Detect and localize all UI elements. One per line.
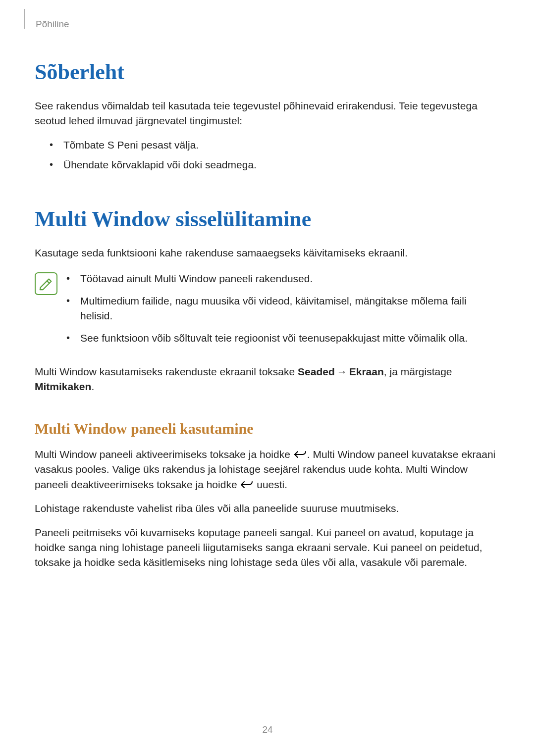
list-item: Töötavad ainult Multi Window paneeli rak… [66, 271, 500, 286]
note-icon [35, 272, 57, 295]
bold-ekraan: Ekraan [349, 366, 384, 377]
list-item: See funktsioon võib sõltuvalt teie regio… [66, 331, 500, 346]
note-block: Töötavad ainult Multi Window paneeli rak… [35, 271, 500, 353]
soberleht-intro: See rakendus võimaldab teil kasutada tei… [35, 99, 500, 129]
page-content: Põhiline Sõberleht See rakendus võimalda… [0, 0, 535, 570]
heading-soberleht: Sõberleht [35, 59, 500, 85]
arrow-icon: → [335, 366, 349, 377]
header-rule [24, 9, 25, 29]
subheading-paneel: Multi Window paneeli kasutamine [35, 420, 500, 437]
list-item: Ühendate kõrvaklapid või doki seadmega. [50, 157, 500, 172]
back-icon [293, 449, 307, 458]
back-icon [240, 479, 254, 489]
list-item: Tõmbate S Peni pesast välja. [50, 138, 500, 152]
text: Multi Window kasutamiseks rakenduste ekr… [35, 366, 298, 377]
paneel-p2: Lohistage rakenduste vahelist riba üles … [35, 501, 500, 516]
bold-seaded: Seaded [298, 366, 335, 377]
running-head: Põhiline [36, 19, 500, 30]
soberleht-bullets: Tõmbate S Peni pesast välja. Ühendate kõ… [50, 138, 500, 173]
text: Multi Window paneeli aktiveerimiseks tok… [35, 449, 293, 460]
multiwindow-usage: Multi Window kasutamiseks rakenduste ekr… [35, 364, 500, 395]
text: , ja märgistage [384, 366, 452, 377]
page-number: 24 [0, 724, 535, 735]
note-list: Töötavad ainult Multi Window paneeli rak… [66, 271, 500, 353]
heading-multiwindow: Multi Window sisselülitamine [35, 206, 500, 232]
multiwindow-intro: Kasutage seda funktsiooni kahe rakenduse… [35, 246, 500, 260]
list-item: Multimedium failide, nagu muusika või vi… [66, 294, 500, 324]
paneel-p3: Paneeli peitmiseks või kuvamiseks koputa… [35, 525, 500, 570]
text: . [91, 381, 94, 392]
text: uuesti. [254, 479, 287, 490]
paneel-p1: Multi Window paneeli aktiveerimiseks tok… [35, 447, 500, 492]
bold-mitmikaken: Mitmikaken [35, 381, 91, 392]
